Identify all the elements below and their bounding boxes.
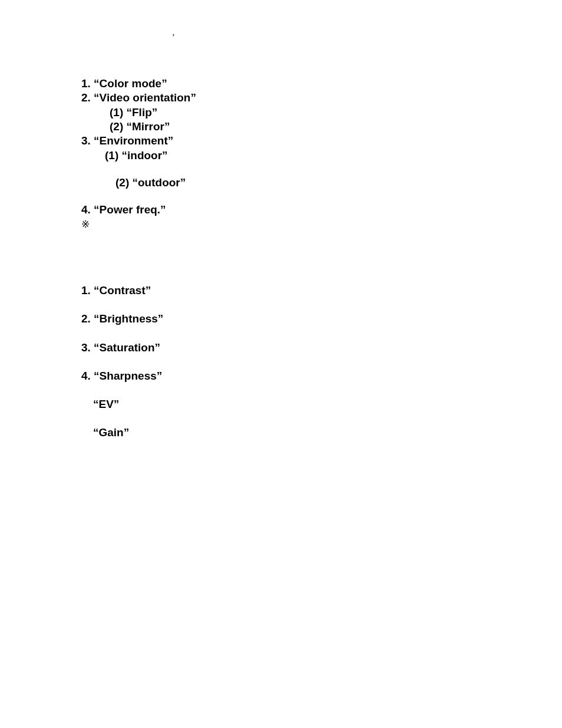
s2-item-brightness: 2. “Brightness” bbox=[81, 312, 494, 326]
s1-item-color-mode: 1. “Color mode” bbox=[81, 77, 494, 91]
s1-item-indoor: (1) “indoor” bbox=[81, 149, 494, 163]
s1-item-flip: (1) “Flip” bbox=[81, 106, 494, 120]
document-body: 1. “Color mode” 2. “Video orientation” (… bbox=[81, 77, 494, 440]
s2-item-ev: “EV” bbox=[81, 397, 494, 411]
s2-item-contrast: 1. “Contrast” bbox=[81, 284, 494, 298]
s1-item-outdoor: (2) “outdoor” bbox=[81, 176, 494, 190]
s2-item-gain: “Gain” bbox=[81, 426, 494, 440]
s1-item-mirror: (2) “Mirror” bbox=[81, 120, 494, 134]
s1-item-power-freq: 4. “Power freq.” bbox=[81, 203, 494, 217]
s1-item-video-orientation: 2. “Video orientation” bbox=[81, 91, 494, 105]
s1-item-environment: 3. “Environment” bbox=[81, 134, 494, 148]
top-stray-mark: ’ bbox=[172, 33, 175, 42]
note-reference-mark: ※ bbox=[81, 219, 494, 230]
s2-item-sharpness: 4. “Sharpness” bbox=[81, 369, 494, 383]
s2-item-saturation: 3. “Saturation” bbox=[81, 341, 494, 355]
